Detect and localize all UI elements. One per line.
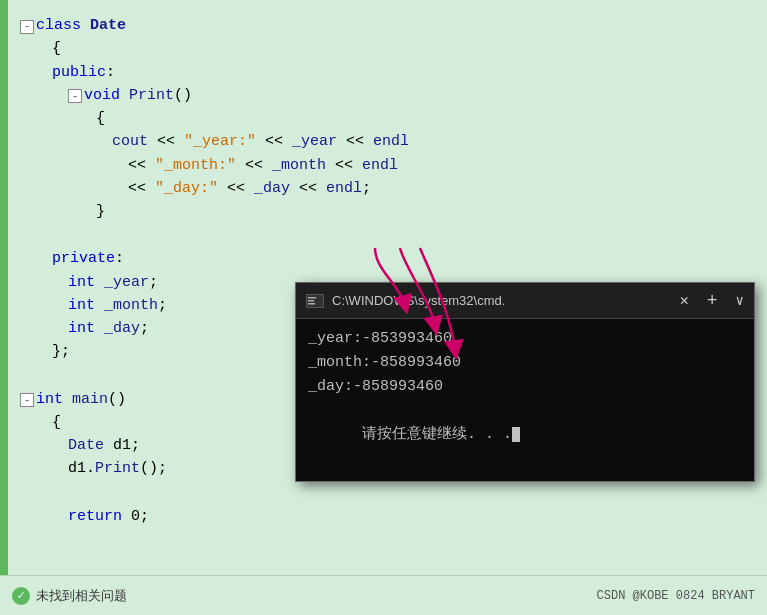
- collapse-btn[interactable]: -: [68, 89, 82, 103]
- cmd-app-icon: [306, 294, 324, 308]
- code-line: public:: [20, 61, 767, 84]
- svg-rect-1: [308, 297, 316, 299]
- status-left: ✓ 未找到相关问题: [12, 587, 127, 605]
- left-accent-bar: [0, 0, 8, 575]
- code-line: }: [20, 200, 767, 223]
- cmd-chevron-btn[interactable]: ∨: [736, 292, 744, 309]
- code-line: [20, 223, 767, 247]
- cmd-output-line: 请按任意键继续. . .: [308, 399, 742, 471]
- cmd-controls: ✕ + ∨: [680, 291, 744, 311]
- code-line: -void Print(): [20, 84, 767, 107]
- cmd-close-btn[interactable]: ✕: [680, 291, 689, 310]
- collapse-btn[interactable]: -: [20, 393, 34, 407]
- cursor: [512, 427, 520, 442]
- cmd-output-line: _month:-858993460: [308, 351, 742, 375]
- code-line: cout << "_year:" << _year << endl: [20, 130, 767, 153]
- cmd-add-btn[interactable]: +: [707, 291, 718, 311]
- cmd-title: C:\WINDOWS\system32\cmd.: [332, 293, 672, 308]
- collapse-btn[interactable]: -: [20, 20, 34, 34]
- status-bar: ✓ 未找到相关问题 CSDN @KOBE 0824 BRYANT: [0, 575, 767, 615]
- status-ok-icon: ✓: [12, 587, 30, 605]
- cmd-output-line: _year:-853993460: [308, 327, 742, 351]
- cmd-window: C:\WINDOWS\system32\cmd. ✕ + ∨ _year:-85…: [295, 282, 755, 482]
- svg-rect-2: [308, 300, 314, 302]
- code-line: [20, 481, 767, 505]
- code-line: - class Date: [20, 14, 767, 37]
- code-line: << "_month:" << _month << endl: [20, 154, 767, 177]
- cmd-titlebar: C:\WINDOWS\system32\cmd. ✕ + ∨: [296, 283, 754, 319]
- status-attribution: CSDN @KOBE 0824 BRYANT: [597, 589, 755, 603]
- code-line: private:: [20, 247, 767, 270]
- cmd-output: _year:-853993460 _month:-858993460 _day:…: [296, 319, 754, 481]
- status-message: 未找到相关问题: [36, 587, 127, 605]
- code-line: return 0;: [20, 505, 767, 528]
- code-line: << "_day:" << _day << endl;: [20, 177, 767, 200]
- cmd-output-line: _day:-858993460: [308, 375, 742, 399]
- svg-rect-3: [308, 303, 315, 305]
- code-line: {: [20, 37, 767, 60]
- code-line: {: [20, 107, 767, 130]
